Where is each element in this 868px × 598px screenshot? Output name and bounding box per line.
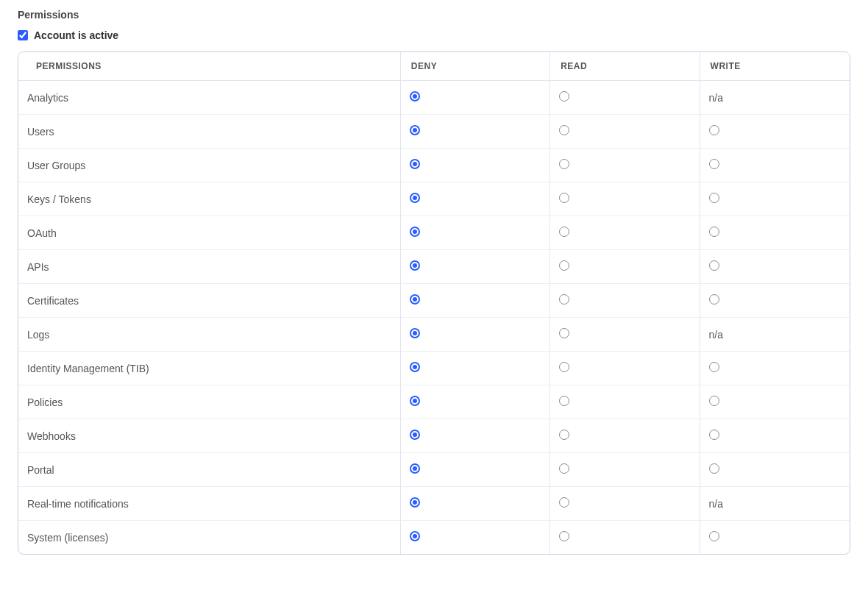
account-active-checkbox[interactable] xyxy=(18,30,28,40)
radio-circle-icon xyxy=(709,159,719,169)
cell-read xyxy=(550,521,700,554)
table-row: Analyticsn/a xyxy=(18,81,850,115)
radio-circle-icon xyxy=(410,396,420,406)
permission-name: Portal xyxy=(18,453,401,487)
radio-read[interactable] xyxy=(559,362,569,372)
radio-write[interactable] xyxy=(709,125,719,135)
cell-read xyxy=(550,385,700,419)
cell-read xyxy=(550,318,700,352)
permission-name: Logs xyxy=(18,318,401,352)
permission-name: APIs xyxy=(18,250,401,284)
cell-read xyxy=(550,453,700,487)
radio-deny[interactable] xyxy=(410,497,420,508)
radio-read[interactable] xyxy=(559,159,569,169)
radio-deny[interactable] xyxy=(410,193,420,203)
na-text: n/a xyxy=(709,92,723,104)
radio-circle-icon xyxy=(410,125,420,135)
cell-read xyxy=(550,149,700,182)
radio-circle-icon xyxy=(709,227,719,237)
radio-circle-icon xyxy=(410,430,420,440)
cell-deny xyxy=(401,81,550,115)
radio-write[interactable] xyxy=(709,193,719,203)
table-row: Users xyxy=(18,115,850,149)
radio-read[interactable] xyxy=(559,430,569,440)
table-row: Webhooks xyxy=(18,419,850,453)
radio-deny[interactable] xyxy=(410,260,420,271)
cell-read xyxy=(550,419,700,453)
radio-write[interactable] xyxy=(709,227,719,237)
radio-deny[interactable] xyxy=(410,362,420,372)
radio-circle-icon xyxy=(410,497,420,508)
table-row: OAuth xyxy=(18,216,850,250)
radio-read[interactable] xyxy=(559,125,569,135)
radio-read[interactable] xyxy=(559,396,569,406)
radio-deny[interactable] xyxy=(410,227,420,237)
radio-write[interactable] xyxy=(709,396,719,406)
radio-write[interactable] xyxy=(709,430,719,440)
radio-deny[interactable] xyxy=(410,125,420,135)
radio-write[interactable] xyxy=(709,294,719,305)
permission-name: Real-time notifications xyxy=(18,487,401,521)
radio-read[interactable] xyxy=(559,463,569,474)
radio-deny[interactable] xyxy=(410,430,420,440)
radio-deny[interactable] xyxy=(410,328,420,338)
table-row: Real-time notificationsn/a xyxy=(18,487,850,521)
cell-write-na: n/a xyxy=(700,81,850,115)
radio-deny[interactable] xyxy=(410,91,420,102)
radio-write[interactable] xyxy=(709,362,719,372)
header-write: WRITE xyxy=(700,52,850,81)
radio-circle-icon xyxy=(709,531,719,541)
cell-write xyxy=(700,521,850,554)
permissions-table: PERMISSIONS DENY READ WRITE Analyticsn/a… xyxy=(18,51,850,555)
radio-read[interactable] xyxy=(559,260,569,271)
radio-write[interactable] xyxy=(709,159,719,169)
cell-write xyxy=(700,115,850,149)
radio-circle-icon xyxy=(410,294,420,305)
cell-deny xyxy=(401,521,550,554)
permission-name: Webhooks xyxy=(18,419,401,453)
radio-write[interactable] xyxy=(709,531,719,541)
radio-read[interactable] xyxy=(559,193,569,203)
radio-circle-icon xyxy=(410,531,420,541)
permission-name: User Groups xyxy=(18,149,401,182)
cell-deny xyxy=(401,115,550,149)
cell-write xyxy=(700,250,850,284)
table-row: User Groups xyxy=(18,149,850,182)
radio-read[interactable] xyxy=(559,531,569,541)
radio-circle-icon xyxy=(410,193,420,203)
radio-read[interactable] xyxy=(559,294,569,305)
radio-deny[interactable] xyxy=(410,159,420,169)
permission-name: System (licenses) xyxy=(18,521,401,554)
radio-write[interactable] xyxy=(709,260,719,271)
na-text: n/a xyxy=(709,329,723,341)
cell-deny xyxy=(401,419,550,453)
cell-deny xyxy=(401,318,550,352)
radio-circle-icon xyxy=(709,362,719,372)
table-row: Certificates xyxy=(18,284,850,318)
radio-read[interactable] xyxy=(559,91,569,102)
table-row: Identity Management (TIB) xyxy=(18,352,850,385)
radio-read[interactable] xyxy=(559,227,569,237)
radio-read[interactable] xyxy=(559,497,569,508)
radio-deny[interactable] xyxy=(410,463,420,474)
table-row: APIs xyxy=(18,250,850,284)
permission-name: Keys / Tokens xyxy=(18,182,401,216)
radio-deny[interactable] xyxy=(410,294,420,305)
na-text: n/a xyxy=(709,498,723,510)
cell-write xyxy=(700,385,850,419)
radio-circle-icon xyxy=(709,125,719,135)
radio-deny[interactable] xyxy=(410,531,420,541)
cell-read xyxy=(550,115,700,149)
radio-read[interactable] xyxy=(559,328,569,338)
cell-deny xyxy=(401,453,550,487)
radio-deny[interactable] xyxy=(410,396,420,406)
cell-write xyxy=(700,182,850,216)
cell-deny xyxy=(401,216,550,250)
radio-circle-icon xyxy=(410,227,420,237)
radio-write[interactable] xyxy=(709,463,719,474)
cell-deny xyxy=(401,250,550,284)
cell-read xyxy=(550,81,700,115)
radio-circle-icon xyxy=(709,430,719,440)
radio-circle-icon xyxy=(410,362,420,372)
account-active-label[interactable]: Account is active xyxy=(34,29,118,41)
